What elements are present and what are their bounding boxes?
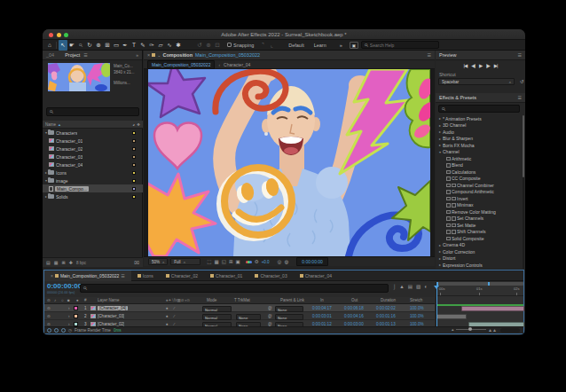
effect-label[interactable]: Invert xyxy=(457,196,468,201)
selection-tool-icon[interactable]: ↖ xyxy=(59,40,67,51)
layer-name[interactable]: [Character_04] xyxy=(98,306,128,310)
channel-icon[interactable] xyxy=(246,261,252,263)
layer-duration-bar[interactable] xyxy=(436,314,467,319)
effects-tree-row[interactable]: ▸ Cinema 4D xyxy=(436,242,522,249)
motion-blur-icon[interactable]: ◐ xyxy=(424,284,427,289)
eye-icon[interactable]: ⊙ xyxy=(47,314,51,318)
label-color-swatch[interactable] xyxy=(132,171,136,175)
frame-blending-icon[interactable]: ▨ xyxy=(416,284,421,289)
adjustment-icon[interactable]: ✚ xyxy=(69,260,73,265)
composition-marker-icon[interactable] xyxy=(47,328,51,333)
layer-name[interactable]: [Character_03] xyxy=(98,314,124,318)
effects-tree-row[interactable]: Shift Channels xyxy=(436,229,522,236)
transparency-grid-icon[interactable]: ▦ xyxy=(215,259,219,264)
minimize-window-button[interactable] xyxy=(57,33,61,37)
expander-icon[interactable]: › xyxy=(68,322,70,326)
blend-mode-dropdown[interactable]: Normal ˄ xyxy=(202,314,232,320)
project-search-input[interactable] xyxy=(55,109,136,114)
close-panel-icon[interactable]: × xyxy=(147,52,150,58)
layer-color-swatch[interactable] xyxy=(74,306,78,310)
project-item-label[interactable]: Icons xyxy=(56,170,67,176)
project-item-label[interactable]: Character_03 xyxy=(56,154,83,160)
zoom-in-mountain-icon[interactable]: ▲▲ xyxy=(488,327,497,333)
duration-value[interactable]: 0:00:01:13 xyxy=(376,322,396,326)
type-column-icon[interactable]: ❖ xyxy=(137,122,140,127)
timeline-tab[interactable]: × Main_Composition_05032022 ☰ xyxy=(44,270,131,281)
close-window-button[interactable] xyxy=(49,33,53,37)
effects-tree-row[interactable]: Invert xyxy=(436,195,522,202)
quality-switch-icon[interactable]: ∕ xyxy=(174,314,175,318)
effects-tree-row[interactable]: ▸ * Animation Presets xyxy=(436,115,522,122)
project-item-row[interactable]: Character_01 xyxy=(43,137,143,145)
quality-switch-icon[interactable]: ∕ xyxy=(174,306,175,310)
timeline-tab-label[interactable]: Character_01 xyxy=(216,273,242,278)
panel-label[interactable]: Composition xyxy=(162,52,193,58)
timeline-search-field[interactable]: ⚲ xyxy=(80,284,389,293)
label-column-icon[interactable]: ◕ xyxy=(132,122,135,127)
pick-whip-icon[interactable]: @ xyxy=(268,306,272,310)
out-value[interactable]: 0:00:03:00 xyxy=(344,322,364,326)
effects-search-input[interactable] xyxy=(447,106,516,112)
panel-menu-icon[interactable]: ☰ xyxy=(518,52,522,58)
time-ruler[interactable]: :00s 01s 02s xyxy=(436,286,523,296)
trkmat-column-header[interactable]: T TrkMat xyxy=(234,298,250,302)
timeline-tab[interactable]: Character_01 xyxy=(204,270,248,281)
workspace-learn-button[interactable]: Learn xyxy=(314,43,326,48)
project-item-row[interactable]: ▾ Characters xyxy=(43,129,143,137)
effects-tree-row[interactable]: Blend xyxy=(436,162,522,169)
resolution-dropdown[interactable]: Full ˄ xyxy=(170,258,200,265)
panel-menu-icon[interactable]: ☰ xyxy=(428,52,431,58)
stretch-value[interactable]: 100.0% xyxy=(410,314,424,318)
project-item-row[interactable]: Character_02 xyxy=(43,145,143,153)
layer-track-row[interactable] xyxy=(436,312,524,320)
stretch-value[interactable]: 100.0% xyxy=(410,322,424,326)
next-frame-button[interactable]: |▶ xyxy=(486,63,490,68)
hand-tool-icon[interactable]: ☛ xyxy=(67,40,76,51)
effect-label[interactable]: Audio xyxy=(443,129,454,135)
project-columns-header[interactable]: Name ▲ ◕ ❖ xyxy=(43,121,143,129)
project-item-row[interactable]: ▸ Solids xyxy=(43,192,143,200)
effects-tree-row[interactable]: ▸ Blur & Sharpen xyxy=(436,136,522,143)
scrollbar-thumb[interactable] xyxy=(523,115,525,177)
magnification-dropdown[interactable]: 50% ˄ xyxy=(148,258,168,265)
effects-tree-row[interactable]: ▸ Boris FX Mocha xyxy=(436,142,522,149)
comp-breadcrumb-previous[interactable]: Character_04 xyxy=(224,62,250,67)
composition-viewport[interactable] xyxy=(144,69,435,256)
resolution-gear-icon[interactable]: ⚙ xyxy=(255,259,259,264)
effects-tree-row[interactable]: ▸ Distort xyxy=(436,255,522,263)
roto-brush-tool-icon[interactable]: ∿ xyxy=(165,40,174,51)
effects-tree-row[interactable]: Compound Arithmetic xyxy=(436,189,522,196)
label-color-swatch[interactable] xyxy=(132,131,136,135)
effects-tree-row[interactable]: Solid Composite xyxy=(436,235,522,242)
effects-tree-row[interactable]: ▸ 3D Channel xyxy=(436,122,522,129)
label-color-swatch[interactable] xyxy=(132,139,136,143)
label-color-swatch[interactable] xyxy=(132,187,136,191)
preview-tab[interactable]: Preview xyxy=(439,52,457,58)
workspace-search-icon[interactable]: ▣ xyxy=(350,42,358,49)
pen-tool-icon[interactable]: ✒ xyxy=(121,40,130,51)
type-tool-icon[interactable]: T xyxy=(130,40,138,51)
layer-duration-bar[interactable] xyxy=(461,306,524,311)
name-column-header[interactable]: Name xyxy=(45,122,56,127)
quality-switch-icon[interactable]: ∕ xyxy=(174,322,175,326)
timeline-options-button[interactable] xyxy=(500,328,520,333)
project-item-label[interactable]: image xyxy=(56,178,68,184)
in-value[interactable]: 0:00:01:12 xyxy=(312,322,332,326)
titlebar[interactable]: Adobe After Effects 2022 - Surreal_Sketc… xyxy=(43,29,525,40)
shy-switch-icon[interactable]: ♠ xyxy=(166,306,168,310)
panel-menu-icon[interactable]: ☰ xyxy=(518,95,522,100)
effects-tree-row[interactable]: ▸ Audio xyxy=(436,129,522,136)
delete-icon[interactable]: ⌧ xyxy=(134,260,139,265)
timeline-track-area[interactable]: :00s 01s 02s xyxy=(436,282,523,327)
workspace-overflow-button[interactable]: » xyxy=(340,43,342,48)
in-value[interactable]: 0:00:04:17 xyxy=(312,306,332,310)
previous-tab-remnant[interactable]: _04 xyxy=(46,52,54,58)
project-bit-depth[interactable]: 8 bpc xyxy=(76,261,86,265)
layer-color-swatch[interactable] xyxy=(74,314,78,318)
snapping-toggle[interactable]: Snapping xyxy=(227,43,254,48)
project-item-label[interactable]: Main_Compo... xyxy=(55,186,89,192)
duration-value[interactable]: 0:00:02:02 xyxy=(376,306,396,310)
playhead-handle[interactable] xyxy=(434,286,439,289)
project-search-field[interactable]: ⚲ xyxy=(46,107,139,116)
label-color-swatch[interactable] xyxy=(132,195,136,199)
